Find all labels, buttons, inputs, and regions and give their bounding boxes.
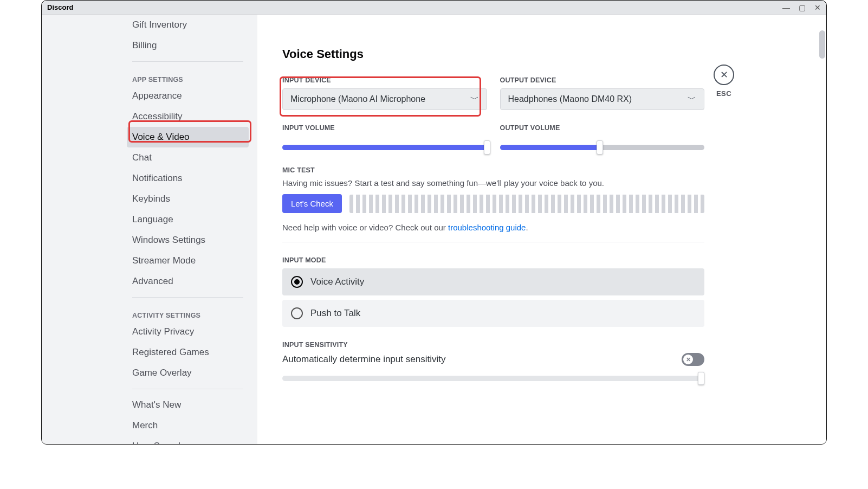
radio-push-to-talk[interactable]: Push to Talk [282,300,704,327]
sidebar-separator [132,389,243,389]
radio-selected-icon [291,276,303,288]
highlight-input-device [280,76,481,117]
input-volume-slider[interactable] [282,145,487,150]
help-suffix: . [526,223,528,232]
sidebar-item-game-overlay[interactable]: Game Overlay [127,363,249,383]
app-window: Discord — ▢ ✕ Gift Inventory Billing APP… [41,0,827,445]
help-text: Need help with voice or video? Check out… [282,223,704,232]
highlight-voice-video [128,120,251,143]
sidebar-item-billing[interactable]: Billing [127,35,249,56]
sidebar-item-windows-settings[interactable]: Windows Settings [127,230,249,250]
auto-sensitivity-label: Automatically determine input sensitivit… [282,354,445,365]
radio-voice-activity[interactable]: Voice Activity [282,268,704,295]
titlebar: Discord — ▢ ✕ [42,1,826,15]
sidebar-item-gift-inventory[interactable]: Gift Inventory [127,15,249,35]
sidebar-item-merch[interactable]: Merch [127,415,249,436]
sidebar-item-streamer-mode[interactable]: Streamer Mode [127,250,249,271]
mic-test-label: MIC TEST [282,166,704,174]
output-device-label: OUTPUT DEVICE [500,76,705,84]
sidebar-item-appearance[interactable]: Appearance [127,86,249,106]
output-device-select[interactable]: Headphones (Maono DM40 RX) ﹀ [500,88,705,110]
settings-sidebar: Gift Inventory Billing APP SETTINGS Appe… [42,15,257,444]
help-prefix: Need help with voice or video? Check out… [282,223,448,232]
troubleshooting-link[interactable]: troubleshooting guide [448,223,526,232]
auto-sensitivity-toggle[interactable]: ✕ [682,353,704,366]
sidebar-item-hypesquad[interactable]: HypeSquad [127,436,249,444]
radio-label: Push to Talk [310,308,360,319]
sidebar-item-advanced[interactable]: Advanced [127,271,249,292]
sidebar-item-keybinds[interactable]: Keybinds [127,189,249,209]
output-device-value: Headphones (Maono DM40 RX) [508,94,632,104]
radio-label: Voice Activity [310,276,364,287]
scrollbar[interactable] [819,29,825,442]
sidebar-separator [132,297,243,298]
sensitivity-slider[interactable] [282,376,704,381]
input-sensitivity-label: INPUT SENSITIVITY [282,341,704,349]
lets-check-button[interactable]: Let's Check [282,194,342,213]
maximize-icon[interactable]: ▢ [799,3,806,12]
minimize-icon[interactable]: — [782,3,790,12]
input-volume-label: INPUT VOLUME [282,124,487,132]
close-settings: ✕ ESC [714,65,734,98]
toggle-off-icon: ✕ [683,355,693,364]
input-mode-label: INPUT MODE [282,256,704,264]
esc-label: ESC [716,89,731,98]
app-title: Discord [47,3,73,11]
sidebar-item-whats-new[interactable]: What's New [127,395,249,415]
mic-test-description: Having mic issues? Start a test and say … [282,178,704,188]
chevron-down-icon: ﹀ [688,94,696,105]
sidebar-header-activity-settings: ACTIVITY SETTINGS [127,303,249,321]
mic-level-meter [349,195,704,213]
sidebar-separator [132,61,243,62]
output-volume-slider[interactable] [500,145,705,150]
sidebar-item-chat[interactable]: Chat [127,147,249,168]
sidebar-item-registered-games[interactable]: Registered Games [127,342,249,363]
close-button[interactable]: ✕ [714,65,734,85]
close-icon[interactable]: ✕ [814,3,821,12]
window-controls: — ▢ ✕ [782,3,821,12]
radio-unselected-icon [291,307,303,319]
sidebar-item-language[interactable]: Language [127,209,249,230]
output-volume-label: OUTPUT VOLUME [500,124,705,132]
sidebar-item-notifications[interactable]: Notifications [127,168,249,189]
sidebar-header-app-settings: APP SETTINGS [127,67,249,86]
section-divider [282,242,704,242]
page-title: Voice Settings [282,47,704,61]
close-x-icon: ✕ [720,69,728,81]
sidebar-item-activity-privacy[interactable]: Activity Privacy [127,321,249,342]
